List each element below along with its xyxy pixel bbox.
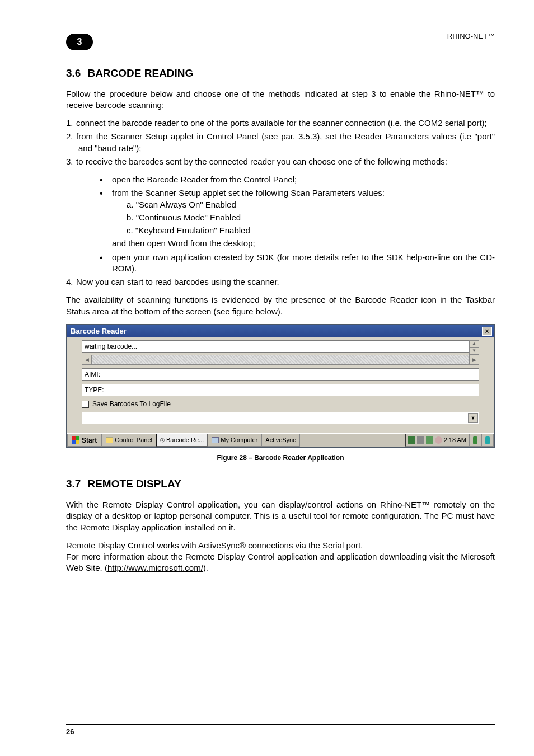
logfile-combo[interactable]: ▼ [82, 412, 479, 424]
footer: 26 [66, 724, 495, 737]
header-product: RHINO-NET™ [447, 31, 495, 41]
windows-logo-icon [72, 436, 80, 444]
scroll-left-button[interactable]: ◀ [82, 355, 92, 365]
task-control-panel[interactable]: Control Panel [102, 434, 156, 447]
dropdown-button[interactable]: ▼ [468, 413, 478, 423]
method-1: open the Barcode Reader from the Control… [97, 174, 495, 185]
desktop-icon [473, 436, 477, 444]
section-37-p2: Remote Display Control works with Active… [66, 540, 495, 551]
scroll-up-button[interactable]: ▲ [469, 340, 479, 348]
save-logfile-label: Save Barcodes To LogFile [92, 400, 171, 408]
section-37-p3-post: ). [203, 563, 208, 572]
barcode-output[interactable]: waiting barcode... [82, 340, 469, 353]
method-3: open your own application created by SDK… [97, 252, 495, 275]
start-button[interactable]: Start [67, 434, 102, 447]
folder-icon [106, 437, 113, 443]
tray-sync-icon[interactable] [426, 436, 433, 444]
section-37-p3: For more information about the Remote Di… [66, 551, 495, 574]
section-37-heading: 3.7REMOTE DISPLAY [66, 477, 495, 491]
close-button[interactable]: × [482, 327, 492, 336]
section-36-title: BARCODE READING [87, 67, 193, 79]
step-1: 1.connect the barcode reader to one of t… [66, 118, 495, 129]
task-barcode-reader[interactable]: ⦾Barcode Re... [156, 434, 208, 447]
step-1-text: connect the barcode reader to one of the… [76, 118, 487, 128]
taskbar: Start Control Panel ⦾Barcode Re... My Co… [67, 433, 494, 447]
step-4: 4.Now you can start to read barcodes usi… [66, 276, 495, 288]
scan-param-c: c. "Keyboard Emulation" Enabled [127, 225, 495, 236]
section-36-number: 3.6 [66, 67, 81, 79]
step-3: 3.to receive the barcodes sent by the co… [66, 156, 495, 167]
scan-param-b: b. "Continuous Mode" Enabled [127, 212, 495, 223]
scroll-down-button[interactable]: ▼ [469, 348, 479, 355]
figure-caption: Figure 28 – Barcode Reader Application [66, 453, 495, 462]
procedure-steps: 1.connect the barcode reader to one of t… [66, 118, 495, 167]
task-my-computer[interactable]: My Computer [208, 434, 261, 447]
method-2-lead: from the Scanner Setup applet set the fo… [112, 188, 385, 198]
step-3-methods: open the Barcode Reader from the Control… [97, 174, 495, 274]
page-number: 26 [66, 727, 74, 736]
barcode-reader-window: Barcode Reader × waiting barcode... ▲ ▼ … [66, 324, 495, 448]
tray-barcode-icon[interactable] [435, 436, 442, 444]
section-37-number: 3.7 [66, 478, 81, 490]
section-36-heading: 3.6BARCODE READING [66, 66, 495, 81]
section-36-intro: Follow the procedure below and choose on… [66, 88, 495, 111]
section-36-para2: The availability of scanning functions i… [66, 294, 495, 317]
computer-icon [212, 437, 219, 443]
method-2: from the Scanner Setup applet set the fo… [97, 187, 495, 249]
method-2-tail: and then open Word from the desktop; [112, 238, 255, 248]
tray-network-icon[interactable] [408, 436, 415, 444]
save-logfile-checkbox[interactable] [82, 401, 89, 408]
scroll-track[interactable] [92, 355, 469, 365]
clock: 2:18 AM [444, 436, 466, 444]
titlebar: Barcode Reader × [67, 325, 494, 337]
step-2: 2.from the Scanner Setup applet in Contr… [66, 131, 495, 154]
step-3-lead: to receive the barcodes sent by the conn… [76, 157, 447, 166]
scan-param-a: a. "Scan Always On" Enabled [127, 199, 495, 210]
show-desktop-button[interactable] [469, 434, 481, 447]
section-37-p1: With the Remote Display Control applicat… [66, 499, 495, 533]
step-4-text: Now you can start to read barcodes using… [76, 277, 279, 287]
window-title: Barcode Reader [71, 326, 127, 336]
type-field[interactable]: TYPE: [82, 384, 479, 396]
system-tray: 2:18 AM [405, 434, 469, 447]
tray-extra-button[interactable] [481, 434, 494, 447]
step-2-text: from the Scanner Setup applet in Control… [76, 132, 495, 152]
microsoft-url[interactable]: http://www.microsoft.com/ [107, 563, 203, 572]
chapter-badge: 3 [66, 34, 93, 50]
task-activesync[interactable]: ActiveSync [261, 434, 299, 447]
section-37-title: REMOTE DISPLAY [87, 478, 181, 490]
tray-keyboard-icon[interactable] [417, 436, 424, 444]
header-rule [66, 43, 495, 43]
flag-icon [485, 436, 490, 444]
start-label: Start [82, 436, 97, 445]
scroll-right-button[interactable]: ▶ [469, 355, 479, 365]
aimi-field[interactable]: AIMI: [82, 368, 479, 381]
procedure-steps-tail: 4.Now you can start to read barcodes usi… [66, 276, 495, 288]
